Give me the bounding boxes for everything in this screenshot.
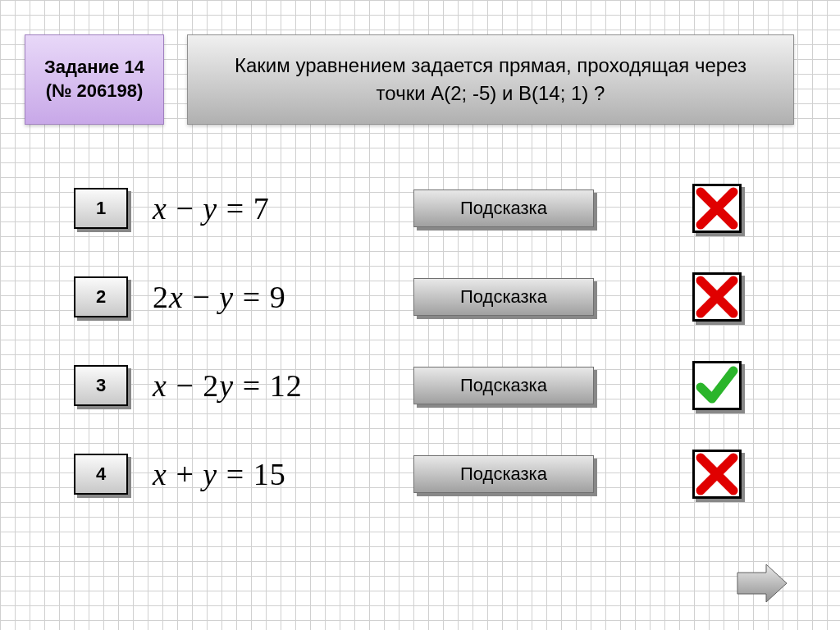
eq-eq: = xyxy=(217,457,253,491)
option-number-label: 2 xyxy=(96,286,106,308)
eq-term: x xyxy=(153,457,167,491)
hint-button[interactable]: Подсказка xyxy=(413,278,594,316)
option-number-label: 4 xyxy=(96,463,106,485)
task-badge: Задание 14 (№ 206198) xyxy=(25,34,164,125)
option-row: 3 x − 2y = 12 Подсказка xyxy=(74,341,796,430)
hint-button[interactable]: Подсказка xyxy=(413,455,594,493)
eq-term: x xyxy=(153,191,167,226)
option-number-button[interactable]: 4 xyxy=(74,454,128,495)
eq-op: − xyxy=(184,280,219,314)
equation: x − y = 7 xyxy=(153,190,407,226)
result-wrong-icon xyxy=(692,184,742,233)
option-number-button[interactable]: 1 xyxy=(74,188,128,229)
question-text: Каким уравнением задается прямая, проход… xyxy=(212,52,769,107)
eq-term: y xyxy=(219,368,234,403)
eq-rhs: 12 xyxy=(270,368,303,403)
eq-term: x xyxy=(153,368,167,403)
eq-eq: = xyxy=(217,191,253,226)
answer-list: 1 x − y = 7 Подсказка 2 2x − y = 9 Подск… xyxy=(74,164,796,518)
hint-button[interactable]: Подсказка xyxy=(413,367,594,404)
option-row: 4 x + y = 15 Подсказка xyxy=(74,430,796,518)
result-wrong-icon xyxy=(692,450,742,499)
next-arrow-button[interactable] xyxy=(733,563,791,604)
result-wrong-icon xyxy=(692,272,742,322)
eq-eq: = xyxy=(234,280,269,314)
option-number-button[interactable]: 2 xyxy=(74,276,128,317)
option-number-button[interactable]: 3 xyxy=(74,365,128,406)
equation: 2x − y = 9 xyxy=(153,279,407,315)
task-line2: (№ 206198) xyxy=(46,80,144,101)
eq-term: x xyxy=(169,280,184,314)
equation: x − 2y = 12 xyxy=(153,368,407,404)
hint-label: Подсказка xyxy=(460,198,547,219)
eq-op: + xyxy=(167,457,203,491)
eq-rhs: 9 xyxy=(270,280,286,314)
eq-term: y xyxy=(219,280,234,314)
option-row: 2 2x − y = 9 Подсказка xyxy=(74,253,796,341)
question-card: Каким уравнением задается прямая, проход… xyxy=(187,34,794,125)
hint-label: Подсказка xyxy=(460,375,547,396)
hint-label: Подсказка xyxy=(460,463,547,485)
hint-label: Подсказка xyxy=(460,286,547,308)
option-number-label: 3 xyxy=(96,375,106,396)
eq-rhs: 15 xyxy=(253,457,286,491)
eq-eq: = xyxy=(234,368,269,403)
eq-coef: 2 xyxy=(153,280,169,314)
result-correct-icon xyxy=(692,361,742,410)
eq-coef: 2 xyxy=(203,368,219,403)
eq-rhs: 7 xyxy=(253,191,270,226)
svg-marker-0 xyxy=(737,564,787,602)
hint-button[interactable]: Подсказка xyxy=(413,189,594,227)
equation: x + y = 15 xyxy=(153,456,407,492)
eq-term: y xyxy=(203,191,217,226)
task-line1: Задание 14 xyxy=(44,57,144,77)
eq-term: y xyxy=(203,457,217,491)
eq-op: − xyxy=(167,191,203,226)
eq-op: − xyxy=(167,368,203,403)
option-row: 1 x − y = 7 Подсказка xyxy=(74,164,796,253)
option-number-label: 1 xyxy=(96,198,106,219)
